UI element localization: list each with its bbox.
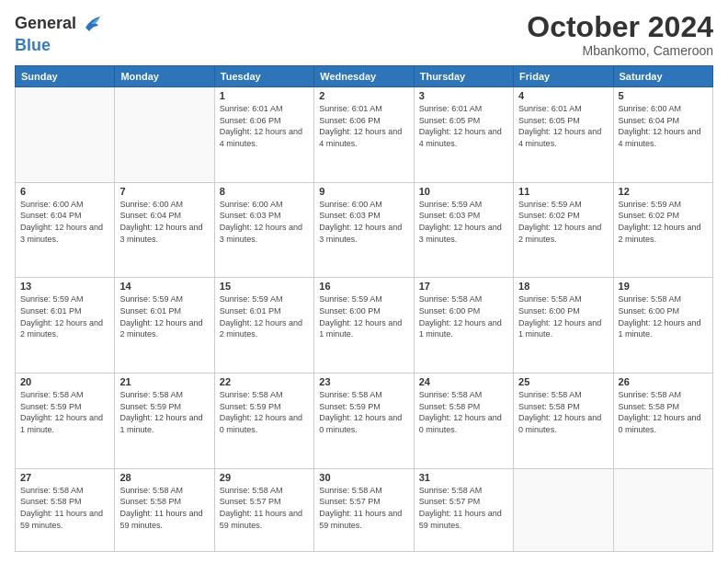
day-info: Sunrise: 5:58 AM Sunset: 5:58 PM Dayligh… — [20, 485, 109, 531]
day-info: Sunrise: 5:59 AM Sunset: 6:01 PM Dayligh… — [119, 293, 209, 339]
calendar-cell: 17Sunrise: 5:58 AM Sunset: 6:00 PM Dayli… — [414, 278, 513, 373]
day-info: Sunrise: 5:58 AM Sunset: 5:58 PM Dayligh… — [419, 389, 508, 435]
day-number: 15 — [220, 281, 309, 292]
calendar-cell: 16Sunrise: 5:59 AM Sunset: 6:00 PM Dayli… — [314, 278, 414, 373]
calendar-cell: 5Sunrise: 6:00 AM Sunset: 6:04 PM Daylig… — [613, 87, 712, 183]
day-number: 18 — [518, 281, 608, 292]
day-number: 8 — [220, 186, 309, 197]
calendar-cell: 10Sunrise: 5:59 AM Sunset: 6:03 PM Dayli… — [414, 182, 513, 278]
calendar-cell: 31Sunrise: 5:58 AM Sunset: 5:57 PM Dayli… — [414, 468, 513, 551]
calendar-table: SundayMondayTuesdayWednesdayThursdayFrid… — [15, 65, 713, 552]
calendar-cell: 14Sunrise: 5:59 AM Sunset: 6:01 PM Dayli… — [115, 278, 214, 373]
calendar-cell: 26Sunrise: 5:58 AM Sunset: 5:58 PM Dayli… — [613, 373, 712, 469]
day-number: 21 — [119, 376, 209, 387]
calendar-cell: 29Sunrise: 5:58 AM Sunset: 5:57 PM Dayli… — [214, 468, 313, 551]
calendar-cell: 7Sunrise: 6:00 AM Sunset: 6:04 PM Daylig… — [115, 182, 214, 278]
day-info: Sunrise: 5:58 AM Sunset: 5:58 PM Dayligh… — [119, 485, 209, 531]
page: General Blue October 2024 Mbankomo, Came… — [0, 0, 728, 563]
day-header-thursday: Thursday — [414, 66, 513, 87]
calendar-cell: 25Sunrise: 5:58 AM Sunset: 5:58 PM Dayli… — [514, 373, 613, 469]
calendar-cell: 27Sunrise: 5:58 AM Sunset: 5:58 PM Dayli… — [16, 468, 115, 551]
day-info: Sunrise: 6:01 AM Sunset: 6:06 PM Dayligh… — [319, 103, 408, 149]
calendar-cell: 15Sunrise: 5:59 AM Sunset: 6:01 PM Dayli… — [214, 278, 313, 373]
day-info: Sunrise: 5:58 AM Sunset: 5:57 PM Dayligh… — [419, 485, 508, 531]
day-number: 25 — [518, 376, 608, 387]
day-info: Sunrise: 5:59 AM Sunset: 6:01 PM Dayligh… — [20, 293, 109, 339]
day-number: 20 — [20, 376, 109, 387]
day-header-wednesday: Wednesday — [314, 66, 414, 87]
day-number: 6 — [20, 186, 109, 197]
calendar-cell: 13Sunrise: 5:59 AM Sunset: 6:01 PM Dayli… — [16, 278, 115, 373]
day-number: 30 — [319, 472, 408, 483]
calendar-cell: 6Sunrise: 6:00 AM Sunset: 6:04 PM Daylig… — [16, 182, 115, 278]
location-subtitle: Mbankomo, Cameroon — [527, 43, 713, 58]
day-info: Sunrise: 6:00 AM Sunset: 6:04 PM Dayligh… — [619, 103, 708, 149]
calendar-cell: 3Sunrise: 6:01 AM Sunset: 6:05 PM Daylig… — [414, 87, 513, 183]
day-info: Sunrise: 6:00 AM Sunset: 6:03 PM Dayligh… — [319, 199, 408, 245]
calendar-cell: 4Sunrise: 6:01 AM Sunset: 6:05 PM Daylig… — [514, 87, 613, 183]
day-number: 29 — [220, 472, 309, 483]
day-header-tuesday: Tuesday — [214, 66, 313, 87]
day-info: Sunrise: 5:59 AM Sunset: 6:02 PM Dayligh… — [518, 199, 608, 245]
calendar-cell: 22Sunrise: 5:58 AM Sunset: 5:59 PM Dayli… — [214, 373, 313, 469]
day-header-sunday: Sunday — [16, 66, 115, 87]
day-info: Sunrise: 6:00 AM Sunset: 6:04 PM Dayligh… — [20, 199, 109, 245]
day-number: 10 — [419, 186, 508, 197]
calendar-cell: 21Sunrise: 5:58 AM Sunset: 5:59 PM Dayli… — [115, 373, 214, 469]
day-number: 12 — [619, 186, 708, 197]
day-info: Sunrise: 5:58 AM Sunset: 5:59 PM Dayligh… — [119, 389, 209, 435]
calendar-cell: 2Sunrise: 6:01 AM Sunset: 6:06 PM Daylig… — [314, 87, 414, 183]
day-number: 3 — [419, 90, 508, 101]
calendar-cell: 8Sunrise: 6:00 AM Sunset: 6:03 PM Daylig… — [214, 182, 313, 278]
day-number: 22 — [220, 376, 309, 387]
calendar-cell — [16, 87, 115, 183]
calendar-cell: 23Sunrise: 5:58 AM Sunset: 5:59 PM Dayli… — [314, 373, 414, 469]
calendar-cell — [115, 87, 214, 183]
calendar-cell: 28Sunrise: 5:58 AM Sunset: 5:58 PM Dayli… — [115, 468, 214, 551]
day-info: Sunrise: 5:58 AM Sunset: 5:57 PM Dayligh… — [220, 485, 309, 531]
calendar-cell — [613, 468, 712, 551]
header: General Blue October 2024 Mbankomo, Came… — [15, 11, 713, 58]
calendar-cell: 9Sunrise: 6:00 AM Sunset: 6:03 PM Daylig… — [314, 182, 414, 278]
day-info: Sunrise: 5:59 AM Sunset: 6:02 PM Dayligh… — [619, 199, 708, 245]
calendar-cell: 19Sunrise: 5:58 AM Sunset: 6:00 PM Dayli… — [613, 278, 712, 373]
day-info: Sunrise: 5:58 AM Sunset: 5:59 PM Dayligh… — [319, 389, 408, 435]
day-number: 1 — [220, 90, 309, 101]
day-number: 27 — [20, 472, 109, 483]
day-number: 7 — [119, 186, 209, 197]
day-info: Sunrise: 5:58 AM Sunset: 5:59 PM Dayligh… — [220, 389, 309, 435]
day-info: Sunrise: 5:58 AM Sunset: 6:00 PM Dayligh… — [419, 293, 508, 339]
month-title: October 2024 — [527, 11, 713, 43]
day-info: Sunrise: 6:01 AM Sunset: 6:05 PM Dayligh… — [419, 103, 508, 149]
day-info: Sunrise: 5:58 AM Sunset: 5:57 PM Dayligh… — [319, 485, 408, 531]
day-info: Sunrise: 5:58 AM Sunset: 6:00 PM Dayligh… — [518, 293, 608, 339]
day-info: Sunrise: 6:01 AM Sunset: 6:05 PM Dayligh… — [518, 103, 608, 149]
day-number: 26 — [619, 376, 708, 387]
logo-general-text: General — [15, 15, 76, 33]
day-number: 2 — [319, 90, 408, 101]
day-headers-row: SundayMondayTuesdayWednesdayThursdayFrid… — [16, 66, 713, 87]
day-info: Sunrise: 6:00 AM Sunset: 6:03 PM Dayligh… — [220, 199, 309, 245]
logo-bird-icon — [78, 11, 104, 37]
calendar-cell: 1Sunrise: 6:01 AM Sunset: 6:06 PM Daylig… — [214, 87, 313, 183]
day-header-friday: Friday — [514, 66, 613, 87]
day-number: 28 — [119, 472, 209, 483]
day-number: 4 — [518, 90, 608, 101]
calendar-cell — [514, 468, 613, 551]
day-number: 19 — [619, 281, 708, 292]
day-number: 13 — [20, 281, 109, 292]
calendar-cell: 20Sunrise: 5:58 AM Sunset: 5:59 PM Dayli… — [16, 373, 115, 469]
calendar-cell: 18Sunrise: 5:58 AM Sunset: 6:00 PM Dayli… — [514, 278, 613, 373]
day-number: 11 — [518, 186, 608, 197]
day-number: 16 — [319, 281, 408, 292]
day-info: Sunrise: 5:58 AM Sunset: 5:58 PM Dayligh… — [518, 389, 608, 435]
day-header-saturday: Saturday — [613, 66, 712, 87]
day-number: 9 — [319, 186, 408, 197]
day-number: 14 — [119, 281, 209, 292]
day-number: 17 — [419, 281, 508, 292]
day-info: Sunrise: 5:59 AM Sunset: 6:01 PM Dayligh… — [220, 293, 309, 339]
day-info: Sunrise: 5:59 AM Sunset: 6:03 PM Dayligh… — [419, 199, 508, 245]
day-header-monday: Monday — [115, 66, 214, 87]
calendar-cell: 11Sunrise: 5:59 AM Sunset: 6:02 PM Dayli… — [514, 182, 613, 278]
day-info: Sunrise: 5:58 AM Sunset: 6:00 PM Dayligh… — [619, 293, 708, 339]
